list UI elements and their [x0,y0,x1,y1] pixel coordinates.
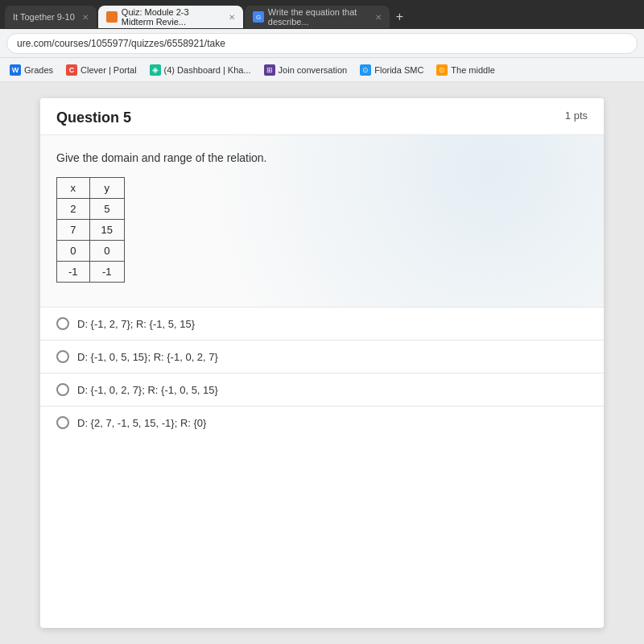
answer-choice-4[interactable]: D: {2, 7, -1, 5, 15, -1}; R: {0} [40,406,604,439]
tab-together[interactable]: It Together 9-10 ✕ [5,6,97,28]
table-cell-x2: 7 [57,220,90,241]
question-header: Question 5 1 pts [40,98,604,135]
table-cell-y1: 5 [89,199,124,220]
bookmark-dashboard-label: (4) Dashboard | Kha... [164,65,251,75]
tab-label: It Together 9-10 [13,12,75,22]
bookmark-middle[interactable]: ⊙ The middle [433,63,497,77]
new-tab-button[interactable]: + [391,5,408,29]
bookmark-clever-icon: C [66,64,77,76]
bookmark-join-icon: ⊞ [264,64,275,76]
question-pts: 1 pts [565,109,588,122]
radio-3[interactable] [56,383,69,396]
question-body: Give the domain and range of the relatio… [40,135,604,307]
answer-choice-1[interactable]: D: {-1, 2, 7}; R: {-1, 5, 15} [40,307,604,340]
address-bar [0,29,644,58]
table-cell-x1: 2 [57,199,90,220]
bookmark-clever-label: Clever | Portal [80,65,137,75]
table-cell-y4: -1 [89,262,124,283]
table-cell-y3: 0 [89,241,124,262]
tab-bar: It Together 9-10 ✕ Quiz: Module 2-3 Midt… [0,0,644,29]
bookmark-florida-smc[interactable]: ⊙ Florida SMC [357,63,427,77]
table-cell-x4: -1 [57,262,90,283]
svg-text:G: G [256,14,261,21]
answer-choice-2[interactable]: D: {-1, 0, 5, 15}; R: {-1, 0, 2, 7} [40,340,604,373]
bookmarks-bar: W Grades C Clever | Portal ◈ (4) Dashboa… [0,58,644,82]
tab-close-icon[interactable]: ✕ [82,13,89,22]
bookmark-florida-icon: ⊙ [360,64,371,76]
table-cell-y2: 15 [89,220,124,241]
tab-equation[interactable]: G Write the equation that describe... ✕ [245,6,390,28]
radio-2[interactable] [56,350,69,363]
table-row: 0 0 [57,241,125,262]
answer-choices: D: {-1, 2, 7}; R: {-1, 5, 15} D: {-1, 0,… [40,307,604,439]
radio-1[interactable] [56,317,69,330]
tab-quiz-icon [106,11,118,23]
table-row: -1 -1 [57,262,125,283]
page-content: Question 5 1 pts Give the domain and ran… [0,82,644,644]
table-row: 2 5 [57,199,125,220]
tab-equation-close-icon[interactable]: ✕ [375,13,382,22]
url-input[interactable] [6,33,638,54]
quiz-container: Question 5 1 pts Give the domain and ran… [40,98,604,628]
answer-text-1: D: {-1, 2, 7}; R: {-1, 5, 15} [77,318,195,330]
table-header-x: x [57,178,90,199]
question-title: Question 5 [56,109,131,126]
bookmark-join-conversation[interactable]: ⊞ Join conversation [261,63,351,77]
table-row: 7 15 [57,220,125,241]
tab-quiz-label: Quiz: Module 2-3 Midterm Revie... [122,7,221,27]
tab-quiz[interactable]: Quiz: Module 2-3 Midterm Revie... ✕ [98,6,243,28]
browser-chrome: It Together 9-10 ✕ Quiz: Module 2-3 Midt… [0,0,644,82]
bookmark-florida-label: Florida SMC [374,65,423,75]
tab-equation-icon: G [253,11,264,23]
relation-table: x y 2 5 7 15 0 0 [56,177,125,283]
tab-equation-label: Write the equation that describe... [268,7,368,27]
answer-text-2: D: {-1, 0, 5, 15}; R: {-1, 0, 2, 7} [77,351,218,363]
bookmark-dashboard[interactable]: ◈ (4) Dashboard | Kha... [147,63,254,77]
bookmark-grades-label: Grades [24,65,53,75]
table-cell-x3: 0 [57,241,90,262]
table-header-y: y [89,178,124,199]
bookmark-middle-label: The middle [451,65,494,75]
radio-4[interactable] [56,416,69,429]
answer-choice-3[interactable]: D: {-1, 0, 2, 7}; R: {-1, 0, 5, 15} [40,373,604,406]
tab-quiz-close-icon[interactable]: ✕ [229,13,235,22]
bookmark-clever[interactable]: C Clever | Portal [63,63,140,77]
answer-text-4: D: {2, 7, -1, 5, 15, -1}; R: {0} [77,417,206,429]
question-text: Give the domain and range of the relatio… [56,151,588,164]
bookmark-grades[interactable]: W Grades [6,63,56,77]
bookmark-dashboard-icon: ◈ [150,64,161,76]
bookmark-join-label: Join conversation [279,65,348,75]
bookmark-grades-icon: W [10,64,21,76]
answer-text-3: D: {-1, 0, 2, 7}; R: {-1, 0, 5, 15} [77,384,218,396]
bookmark-middle-icon: ⊙ [436,64,448,76]
